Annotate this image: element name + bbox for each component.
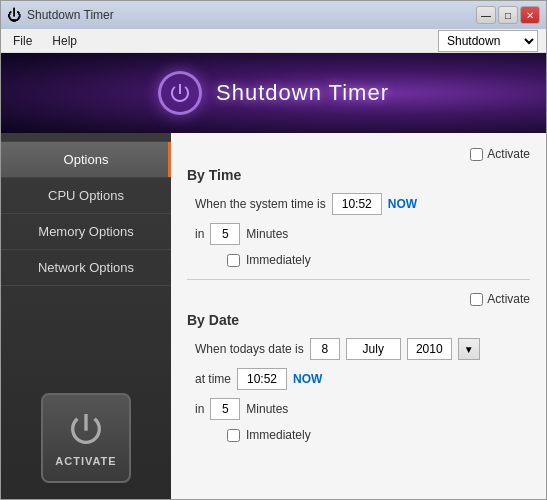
by-date-time-input[interactable] — [237, 368, 287, 390]
activate-button[interactable]: ACTIVATE — [41, 393, 131, 483]
title-bar: ⏻ Shutdown Timer — □ ✕ — [1, 1, 546, 29]
by-time-immediately-row: Immediately — [187, 253, 530, 267]
by-time-minutes-input[interactable] — [210, 223, 240, 245]
by-date-activate-row: Activate — [187, 292, 530, 306]
app-header-title: Shutdown Timer — [216, 80, 389, 106]
by-time-system-time-row: When the system time is NOW — [187, 193, 530, 215]
by-time-activate-checkbox[interactable] — [470, 148, 483, 161]
minimize-button[interactable]: — — [476, 6, 496, 24]
by-time-time-input[interactable] — [332, 193, 382, 215]
by-time-title: By Time — [187, 167, 530, 183]
by-time-section: Activate By Time When the system time is… — [187, 147, 530, 267]
by-time-activate-row: Activate — [187, 147, 530, 161]
by-date-year-input[interactable] — [407, 338, 452, 360]
by-time-minutes-label: Minutes — [246, 227, 288, 241]
power-icon-header — [158, 71, 202, 115]
by-date-activate-label: Activate — [487, 292, 530, 306]
activate-label: ACTIVATE — [55, 455, 116, 467]
app-header: Shutdown Timer — [1, 53, 546, 133]
sidebar-item-memory-options[interactable]: Memory Options — [1, 214, 171, 250]
sidebar-activate-area: ACTIVATE — [1, 377, 171, 499]
by-time-in-row: in Minutes — [187, 223, 530, 245]
by-time-now-link[interactable]: NOW — [388, 197, 417, 211]
by-date-now-link[interactable]: NOW — [293, 372, 322, 386]
title-bar-buttons: — □ ✕ — [476, 6, 540, 24]
by-time-immediately-label: Immediately — [246, 253, 311, 267]
calendar-button[interactable]: ▼ — [458, 338, 480, 360]
by-date-day-input[interactable] — [310, 338, 340, 360]
by-date-immediately-label: Immediately — [246, 428, 311, 442]
by-time-immediately-checkbox[interactable] — [227, 254, 240, 267]
by-date-at-time-row: at time NOW — [187, 368, 530, 390]
main-window: ⏻ Shutdown Timer — □ ✕ File Help Shutdow… — [0, 0, 547, 500]
sidebar-item-cpu-options[interactable]: CPU Options — [1, 178, 171, 214]
by-date-in-label: in — [195, 402, 204, 416]
title-bar-title: Shutdown Timer — [27, 8, 114, 22]
sidebar-item-network-options[interactable]: Network Options — [1, 250, 171, 286]
main-content: Options CPU Options Memory Options Netwo… — [1, 133, 546, 499]
action-dropdown-container: Shutdown Restart Log Off Sleep Hibernate — [438, 30, 538, 52]
close-button[interactable]: ✕ — [520, 6, 540, 24]
action-select[interactable]: Shutdown Restart Log Off Sleep Hibernate — [438, 30, 538, 52]
sidebar: Options CPU Options Memory Options Netwo… — [1, 133, 171, 499]
by-date-minutes-label: Minutes — [246, 402, 288, 416]
by-date-date-row: When todays date is ▼ — [187, 338, 530, 360]
by-time-activate-label: Activate — [487, 147, 530, 161]
file-menu[interactable]: File — [9, 33, 36, 49]
help-menu[interactable]: Help — [48, 33, 81, 49]
by-date-in-row: in Minutes — [187, 398, 530, 420]
activate-power-icon — [66, 409, 106, 449]
by-date-month-input[interactable] — [346, 338, 401, 360]
by-time-in-label: in — [195, 227, 204, 241]
power-svg-icon — [168, 81, 192, 105]
when-system-time-label: When the system time is — [195, 197, 326, 211]
sidebar-item-options[interactable]: Options — [1, 141, 171, 178]
calendar-icon: ▼ — [464, 344, 474, 355]
by-date-immediately-checkbox[interactable] — [227, 429, 240, 442]
section-divider — [187, 279, 530, 280]
menu-bar-left: File Help — [9, 33, 81, 49]
title-bar-left: ⏻ Shutdown Timer — [7, 7, 114, 23]
by-date-activate-checkbox[interactable] — [470, 293, 483, 306]
by-date-title: By Date — [187, 312, 530, 328]
by-date-at-time-label: at time — [195, 372, 231, 386]
when-todays-date-label: When todays date is — [195, 342, 304, 356]
maximize-button[interactable]: □ — [498, 6, 518, 24]
menu-bar: File Help Shutdown Restart Log Off Sleep… — [1, 29, 546, 53]
app-icon: ⏻ — [7, 7, 21, 23]
by-date-minutes-input[interactable] — [210, 398, 240, 420]
right-panel: Activate By Time When the system time is… — [171, 133, 546, 499]
by-date-immediately-row: Immediately — [187, 428, 530, 442]
by-date-section: Activate By Date When todays date is ▼ a… — [187, 292, 530, 442]
